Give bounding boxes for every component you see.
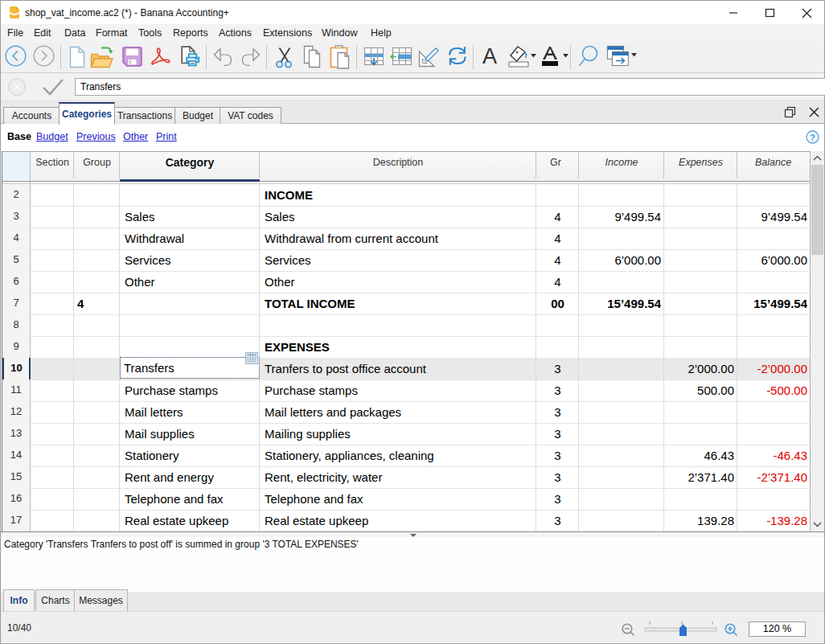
svg-text:?: ? — [810, 133, 815, 142]
